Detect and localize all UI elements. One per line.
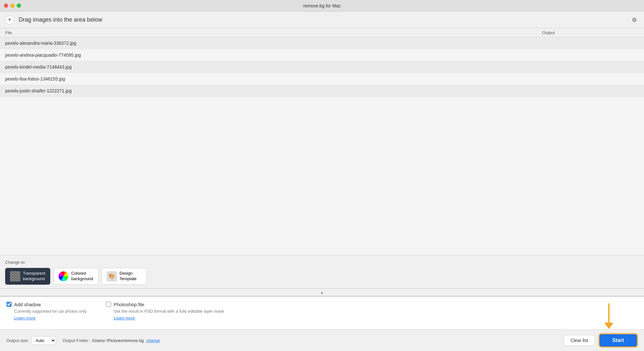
options-row: Add shadow Currently supported for car p… xyxy=(6,302,638,320)
titlebar: remove.bg for Mac xyxy=(0,0,644,12)
colorwheel-icon xyxy=(58,271,69,281)
drag-hint-text: Drag images into the area below xyxy=(19,16,632,23)
folder-change-link[interactable]: change xyxy=(146,338,160,343)
add-shadow-learn-more[interactable]: Learn more xyxy=(14,316,87,320)
photoshop-file-title: Photoshop file xyxy=(114,302,144,307)
clear-list-button[interactable]: Clear list xyxy=(564,335,595,346)
photoshop-file-desc: Get the result in PSD format with a full… xyxy=(114,308,224,314)
options-panel: Add shadow Currently supported for car p… xyxy=(0,296,644,329)
minimize-button[interactable] xyxy=(10,4,14,8)
file-name: pexels-andrea-piacquadio-774095.jpg xyxy=(5,52,639,58)
change-to-label: Change to: xyxy=(5,260,639,265)
file-name: pexels-kindel-media-7148443.jpg xyxy=(5,64,639,70)
output-size-select[interactable]: Auto xyxy=(31,336,56,345)
column-file: File xyxy=(5,30,542,35)
file-rows: pexels-alexandra-maria-336372.jpg pexels… xyxy=(0,37,644,255)
change-to-panel: Change to: Transparentbackground Colored… xyxy=(0,255,644,289)
table-row[interactable]: pexels-alexandra-maria-336372.jpg xyxy=(0,37,644,49)
table-row[interactable]: pexels-justin-shaifer-1222271.jpg xyxy=(0,85,644,97)
collapse-arrow-icon: ▲ xyxy=(320,290,324,295)
close-button[interactable] xyxy=(4,4,8,8)
file-name: pexels-lisa-fotios-1346155.jpg xyxy=(5,76,639,81)
file-name: pexels-alexandra-maria-336372.jpg xyxy=(5,41,639,46)
main-window: + Drag images into the area below ⚙ File… xyxy=(0,12,644,351)
start-button[interactable]: Start xyxy=(599,334,638,347)
traffic-lights xyxy=(4,4,21,8)
folder-group: Output Folder: /Users/ /Pictures/remove.… xyxy=(62,338,160,343)
output-size-label: Output size: xyxy=(6,338,29,343)
photoshop-file-header: Photoshop file xyxy=(106,302,224,307)
design-label: DesignTemplate xyxy=(120,271,137,282)
footer-right: Clear list Start xyxy=(564,334,638,347)
add-shadow-checkbox[interactable] xyxy=(6,302,12,307)
table-header: File Output xyxy=(0,28,644,37)
colored-label: Coloredbackground xyxy=(71,271,93,282)
output-folder-label: Output Folder: xyxy=(62,338,89,343)
add-shadow-title: Add shadow xyxy=(14,302,41,307)
design-icon: 🎨 xyxy=(107,271,117,281)
collapse-section[interactable]: ▲ xyxy=(0,289,644,296)
photoshop-file-checkbox[interactable] xyxy=(106,302,111,307)
toolbar: + Drag images into the area below ⚙ xyxy=(0,12,644,28)
size-group: Output size: Auto xyxy=(6,336,56,345)
folder-path: /Users/ /Pictures/remove.bg xyxy=(92,338,143,343)
colored-background-option[interactable]: Coloredbackground xyxy=(53,268,99,285)
settings-icon[interactable]: ⚙ xyxy=(632,16,639,24)
table-row[interactable]: pexels-kindel-media-7148443.jpg xyxy=(0,61,644,73)
add-shadow-header: Add shadow xyxy=(6,302,87,307)
photoshop-file-group: Photoshop file Get the result in PSD for… xyxy=(106,302,224,320)
column-output: Output xyxy=(542,30,639,35)
table-row[interactable]: pexels-lisa-fotios-1346155.jpg xyxy=(0,73,644,85)
window-title: remove.bg for Mac xyxy=(303,3,341,8)
add-files-button[interactable]: + xyxy=(5,15,14,24)
photoshop-file-learn-more[interactable]: Learn more xyxy=(114,316,224,320)
footer-left: Output size: Auto Output Folder: /Users/… xyxy=(6,336,160,345)
footer: Output size: Auto Output Folder: /Users/… xyxy=(0,329,644,351)
add-shadow-group: Add shadow Currently supported for car p… xyxy=(6,302,87,320)
add-shadow-desc: Currently supported for car photos only xyxy=(14,308,87,314)
output-options: Transparentbackground Coloredbackground … xyxy=(5,268,639,289)
table-row[interactable]: pexels-andrea-piacquadio-774095.jpg xyxy=(0,49,644,61)
maximize-button[interactable] xyxy=(17,4,21,8)
design-template-option[interactable]: 🎨 DesignTemplate xyxy=(102,268,147,285)
file-list-area: File Output pexels-alexandra-maria-33637… xyxy=(0,28,644,255)
transparent-label: Transparentbackground xyxy=(23,271,45,282)
transparent-icon xyxy=(10,271,20,281)
transparent-background-option[interactable]: Transparentbackground xyxy=(5,268,50,285)
file-name: pexels-justin-shaifer-1222271.jpg xyxy=(5,88,639,93)
